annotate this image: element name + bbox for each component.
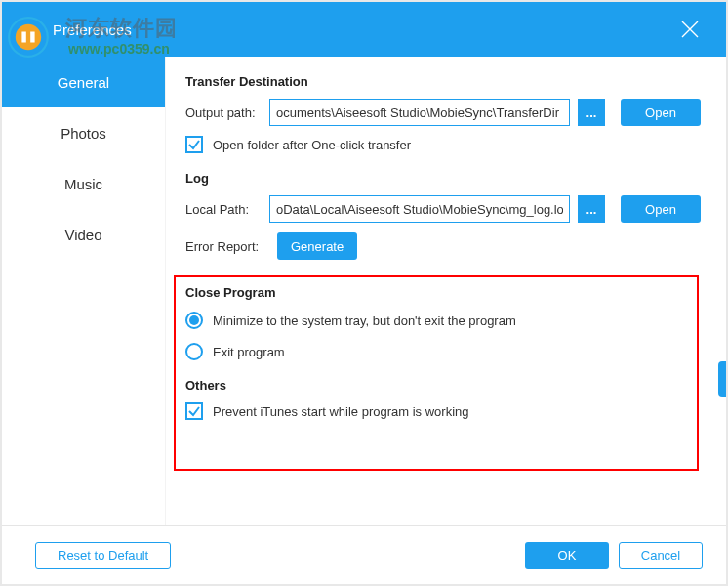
- sidebar-tab-label: General: [58, 74, 109, 91]
- check-icon: [187, 404, 201, 418]
- radio-exit[interactable]: [185, 343, 203, 360]
- radio-dot-icon: [189, 315, 199, 325]
- radio-minimize[interactable]: [185, 312, 203, 329]
- sidebar-tab-video[interactable]: Video: [2, 209, 165, 260]
- output-path-label: Output path:: [185, 105, 262, 120]
- log-open-button[interactable]: Open: [621, 195, 701, 223]
- output-path-input[interactable]: [269, 99, 570, 126]
- sidebar-tab-label: Photos: [61, 125, 106, 142]
- sidebar: General Photos Music Video: [2, 57, 166, 525]
- prevent-itunes-label: Prevent iTunes start while program is wo…: [213, 404, 469, 419]
- sidebar-tab-general[interactable]: General: [2, 57, 165, 107]
- close-button[interactable]: [669, 2, 710, 57]
- radio-minimize-label: Minimize to the system tray, but don't e…: [213, 314, 516, 328]
- section-heading-close: Close Program: [185, 285, 701, 300]
- reset-to-default-button[interactable]: Reset to Default: [35, 542, 171, 569]
- local-path-label: Local Path:: [185, 202, 262, 217]
- open-folder-label: Open folder after One-click transfer: [213, 138, 411, 152]
- output-open-button[interactable]: Open: [621, 99, 701, 126]
- local-path-input[interactable]: [269, 195, 570, 223]
- open-folder-checkbox[interactable]: [185, 136, 203, 153]
- check-icon: [187, 138, 201, 151]
- right-edge-tab: [718, 361, 726, 397]
- section-heading-others: Others: [185, 378, 701, 393]
- log-browse-button[interactable]: ...: [578, 195, 605, 223]
- sidebar-tab-music[interactable]: Music: [2, 158, 165, 209]
- svg-rect-2: [21, 32, 25, 43]
- prevent-itunes-checkbox[interactable]: [185, 402, 203, 420]
- error-report-label: Error Report:: [185, 239, 269, 254]
- generate-button[interactable]: Generate: [277, 232, 357, 260]
- section-heading-log: Log: [185, 171, 701, 186]
- main-area: General Photos Music Video Transfer Dest…: [2, 57, 726, 525]
- section-others: Others Prevent iTunes start while progra…: [185, 378, 701, 420]
- section-transfer: Transfer Destination Output path: ... Op…: [185, 74, 701, 153]
- footer: Reset to Default OK Cancel: [2, 525, 726, 584]
- cancel-button[interactable]: Cancel: [619, 542, 703, 569]
- sidebar-tab-photos[interactable]: Photos: [2, 107, 165, 158]
- watermark-text-1: 河东软件园: [65, 14, 178, 43]
- section-log: Log Local Path: ... Open Error Report: G…: [185, 171, 701, 260]
- output-browse-button[interactable]: ...: [578, 99, 605, 126]
- ellipsis-icon: ...: [586, 202, 597, 217]
- watermark-logo: [7, 16, 50, 59]
- watermark-text-2: www.pc0359.cn: [68, 41, 170, 57]
- ok-button[interactable]: OK: [525, 542, 609, 569]
- radio-exit-label: Exit program: [213, 345, 285, 359]
- ellipsis-icon: ...: [586, 105, 597, 120]
- content-panel: Transfer Destination Output path: ... Op…: [166, 57, 726, 525]
- sidebar-tab-label: Music: [64, 176, 102, 192]
- sidebar-tab-label: Video: [64, 227, 101, 243]
- svg-point-1: [16, 24, 41, 50]
- svg-rect-3: [30, 32, 34, 43]
- section-heading-transfer: Transfer Destination: [185, 74, 701, 89]
- section-close-program: Close Program Minimize to the system tra…: [185, 285, 701, 360]
